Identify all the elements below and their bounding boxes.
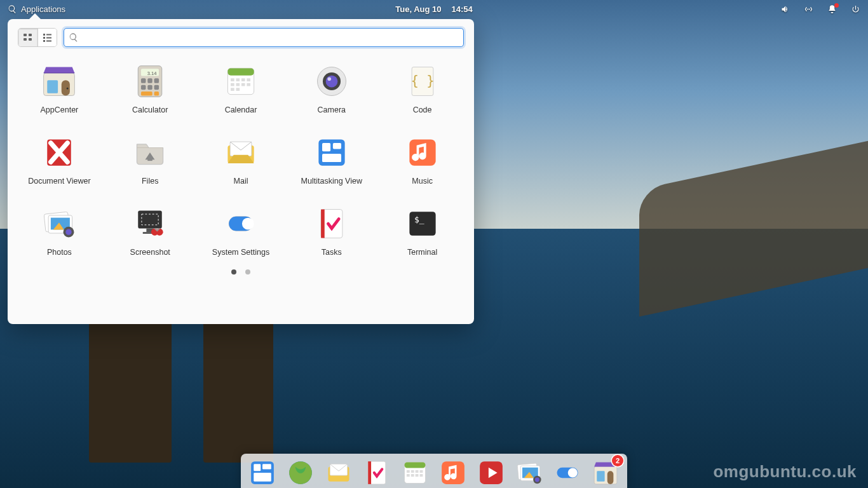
dock-appcenter[interactable]: 2 [590,458,621,488]
applications-menu-button[interactable]: Applications [8,4,65,14]
svg-rect-51 [333,143,341,149]
page-dot-1[interactable] [231,269,236,274]
svg-rect-9 [46,37,51,39]
svg-rect-53 [409,139,435,165]
app-label: Music [412,177,433,186]
app-screenshot[interactable]: Screenshot [112,202,188,259]
app-tasks[interactable]: Tasks [294,202,369,259]
page-indicator [18,269,464,274]
svg-point-1 [809,8,810,10]
app-music[interactable]: Music [384,131,460,188]
app-label: Calendar [225,105,257,114]
svg-text:{ }: { } [410,73,434,88]
svg-rect-92 [420,470,423,473]
dock-music[interactable] [438,458,468,488]
svg-rect-52 [322,154,341,162]
svg-point-105 [535,478,539,482]
app-label: Document Viewer [28,177,90,186]
clock[interactable]: Tue, Aug 10 14:54 [395,4,472,14]
svg-rect-86 [368,461,371,484]
search-input[interactable] [64,28,464,47]
power-icon[interactable] [851,4,860,14]
app-photos[interactable]: Photos [22,202,97,259]
dock-web[interactable] [285,458,316,488]
app-appcenter[interactable]: AppCenter [22,60,97,117]
svg-rect-96 [420,474,423,477]
svg-rect-6 [43,34,45,36]
svg-rect-21 [154,78,159,83]
svg-rect-7 [46,34,51,36]
app-code[interactable]: { } Code [384,60,460,117]
svg-text:3.14: 3.14 [147,71,157,76]
app-label: System Settings [212,248,269,257]
app-calendar[interactable]: Calendar [203,60,279,117]
dock-calendar[interactable] [400,458,430,488]
app-document-viewer[interactable]: Document Viewer [22,131,97,188]
search-icon [8,4,17,14]
time-label: 14:54 [451,4,472,14]
music-icon [403,133,442,172]
svg-rect-37 [231,88,234,91]
dock-settings[interactable] [552,458,583,488]
app-label: Code [413,105,432,114]
document-viewer-icon [40,133,78,172]
svg-rect-81 [254,473,271,482]
svg-rect-33 [231,83,234,86]
svg-rect-11 [46,41,51,42]
dock-videos[interactable] [476,458,506,488]
network-icon[interactable] [804,4,813,14]
svg-rect-32 [247,78,250,81]
app-camera[interactable]: Camera [294,60,369,117]
svg-point-41 [325,76,337,88]
svg-rect-28 [227,68,254,75]
svg-rect-10 [43,40,45,42]
svg-rect-50 [322,143,330,151]
applications-popup: AppCenter 3.14 Calculator Calendar Camer… [8,19,474,324]
svg-point-42 [327,77,331,81]
app-calculator[interactable]: 3.14 Calculator [112,60,188,117]
dock-badge: 2 [612,455,623,466]
dock-multitasking[interactable] [247,458,278,488]
dock-tasks[interactable] [362,458,392,488]
svg-rect-88 [405,463,426,468]
list-view-button[interactable] [37,29,57,46]
page-dot-2[interactable] [245,269,250,274]
calculator-icon: 3.14 [131,62,169,100]
volume-icon[interactable] [780,4,790,14]
search-field-container [64,28,464,47]
watermark: omgubuntu.co.uk [713,462,857,482]
svg-rect-38 [236,88,240,91]
svg-rect-19 [141,78,146,83]
grid-view-button[interactable] [18,29,37,46]
multitasking-icon [313,133,351,172]
svg-rect-20 [147,78,153,83]
search-icon [69,32,79,45]
svg-rect-35 [241,83,245,86]
dock-photos[interactable] [514,458,545,488]
app-multitasking[interactable]: Multitasking View [294,131,369,188]
app-label: Terminal [407,248,437,257]
dock-mail[interactable] [323,458,354,488]
applications-label: Applications [21,4,65,14]
app-mail[interactable]: Mail [203,131,279,188]
svg-rect-34 [236,83,240,86]
code-icon: { } [403,62,442,100]
app-settings[interactable]: System Settings [203,202,279,259]
svg-rect-46 [147,158,153,161]
svg-rect-110 [607,471,614,484]
svg-rect-80 [262,464,271,469]
notifications-icon[interactable] [827,4,837,14]
app-files[interactable]: Files [112,131,188,188]
app-label: Camera [318,105,346,114]
svg-text:$_: $_ [414,215,424,224]
tasks-icon [313,205,351,243]
app-label: Files [142,177,158,186]
app-label: Photos [47,248,72,257]
terminal-icon: $_ [403,205,442,243]
app-terminal[interactable]: $_ Terminal [384,202,460,259]
files-icon [131,133,169,172]
svg-rect-26 [154,92,159,96]
notification-dot [834,3,839,8]
settings-icon [222,205,260,243]
svg-rect-94 [411,474,414,477]
